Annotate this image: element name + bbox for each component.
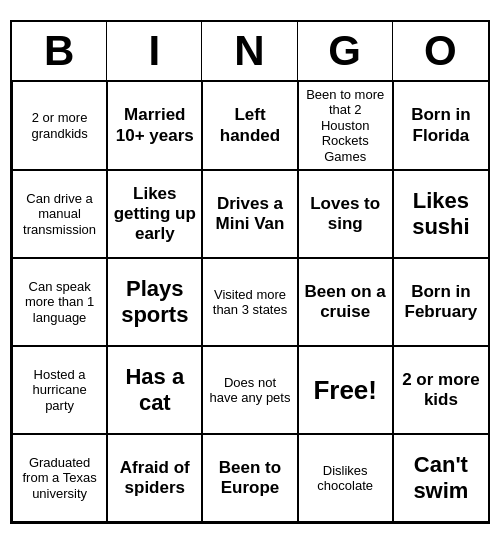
bingo-cell-4: Born in Florida <box>393 82 488 170</box>
bingo-letter-o: O <box>393 22 488 80</box>
bingo-cell-1: Married 10+ years <box>107 82 202 170</box>
bingo-cell-11: Plays sports <box>107 258 202 346</box>
bingo-letter-i: I <box>107 22 202 80</box>
bingo-cell-22: Been to Europe <box>202 434 297 522</box>
bingo-cell-18: Free! <box>298 346 393 434</box>
bingo-cell-2: Left handed <box>202 82 297 170</box>
bingo-cell-8: Loves to sing <box>298 170 393 258</box>
bingo-cell-12: Visited more than 3 states <box>202 258 297 346</box>
bingo-cell-5: Can drive a manual transmission <box>12 170 107 258</box>
bingo-letter-n: N <box>202 22 297 80</box>
bingo-letter-b: B <box>12 22 107 80</box>
bingo-cell-6: Likes getting up early <box>107 170 202 258</box>
bingo-cell-24: Can't swim <box>393 434 488 522</box>
bingo-cell-15: Hosted a hurricane party <box>12 346 107 434</box>
bingo-grid: 2 or more grandkidsMarried 10+ yearsLeft… <box>12 82 488 522</box>
bingo-cell-10: Can speak more than 1 language <box>12 258 107 346</box>
bingo-cell-20: Graduated from a Texas university <box>12 434 107 522</box>
bingo-card: BINGO 2 or more grandkidsMarried 10+ yea… <box>10 20 490 524</box>
bingo-cell-21: Afraid of spiders <box>107 434 202 522</box>
bingo-cell-19: 2 or more kids <box>393 346 488 434</box>
bingo-cell-23: Dislikes chocolate <box>298 434 393 522</box>
bingo-header: BINGO <box>12 22 488 82</box>
bingo-cell-0: 2 or more grandkids <box>12 82 107 170</box>
bingo-cell-17: Does not have any pets <box>202 346 297 434</box>
bingo-cell-14: Born in February <box>393 258 488 346</box>
bingo-letter-g: G <box>298 22 393 80</box>
bingo-cell-9: Likes sushi <box>393 170 488 258</box>
bingo-cell-16: Has a cat <box>107 346 202 434</box>
bingo-cell-3: Been to more that 2 Houston Rockets Game… <box>298 82 393 170</box>
bingo-cell-13: Been on a cruise <box>298 258 393 346</box>
bingo-cell-7: Drives a Mini Van <box>202 170 297 258</box>
